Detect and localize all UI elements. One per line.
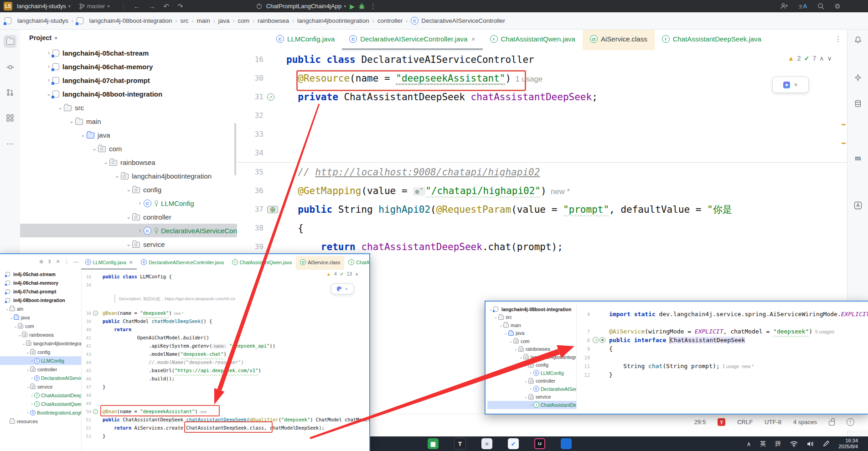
project-panel-header[interactable]: Project ▾ bbox=[20, 30, 237, 46]
caret-position[interactable]: 29:5 bbox=[694, 419, 706, 425]
breadcrumb-item[interactable]: CDeclarativeAIServiceController bbox=[411, 17, 505, 25]
taskbar-clock[interactable]: 16:34 2025/8/4 bbox=[838, 438, 858, 450]
project-folder-icon[interactable] bbox=[4, 35, 16, 48]
chevron-expanded-icon[interactable]: ⌄ bbox=[508, 339, 513, 343]
breadcrumb-item[interactable]: java bbox=[218, 17, 230, 24]
chevron-expanded-icon[interactable]: ⌄ bbox=[5, 307, 10, 311]
encoding-indicator[interactable]: UTF-8 bbox=[765, 419, 781, 425]
tree-item-ChatAssistantDeepSeek[interactable]: ›IChatAssistantDeepSeek bbox=[487, 401, 576, 409]
tab-close-icon[interactable]: × bbox=[471, 36, 475, 43]
wifi-icon[interactable] bbox=[790, 441, 798, 447]
code-text[interactable]: { bbox=[283, 223, 304, 234]
chevron-expanded-icon[interactable]: ⌄ bbox=[125, 214, 132, 220]
code-text[interactable]: @AiService(wiringMode = EXPLICIT, chatMo… bbox=[606, 328, 834, 335]
pinned-screenshot-chatassistant[interactable]: ⌄langchain4j-08boot-integration⌄src⌄main… bbox=[485, 301, 868, 415]
tree-item-com[interactable]: ⌄com bbox=[20, 142, 237, 155]
maven-icon[interactable]: m bbox=[852, 152, 864, 164]
tree-item-service[interactable]: ⌄service bbox=[0, 382, 81, 391]
chevron-expanded-icon[interactable]: ⌄ bbox=[125, 186, 132, 193]
taskbar-app-idea[interactable]: IJ bbox=[534, 438, 545, 449]
tree-item-BootIntegrationLangChain4JAp[interactable]: ›CBootIntegrationLangChain4JAp bbox=[0, 408, 81, 417]
tree-item-ChatAssistantDeepSeek[interactable]: ›IChatAssistantDeepSeek bbox=[0, 391, 81, 400]
input-language-indicator[interactable]: 英 bbox=[760, 440, 766, 448]
breadcrumb-item[interactable]: langchain4j-studys bbox=[5, 17, 68, 24]
tree-item-java[interactable]: ⌄java bbox=[0, 313, 81, 322]
run-configuration-selector[interactable]: ChatPromptLangChain4jApp ▾ bbox=[266, 3, 346, 10]
tree-item-LLMConfig[interactable]: ›CLLMConfig bbox=[487, 369, 576, 377]
code-text[interactable]: return chatAssistantDeepSeek.chat(prompt… bbox=[283, 241, 563, 252]
breadcrumb-item[interactable]: langchain4j-08boot-integration bbox=[77, 17, 172, 24]
chevron-expanded-icon[interactable]: ⌄ bbox=[513, 347, 518, 351]
chevron-expanded-icon[interactable]: ⌄ bbox=[125, 241, 132, 247]
chevron-expanded-icon[interactable]: ⌄ bbox=[523, 363, 528, 367]
code-text[interactable]: public interface ChatAssistantDeepSeek bbox=[606, 337, 745, 343]
chevron-expanded-icon[interactable]: ⌄ bbox=[498, 323, 503, 328]
more-tool-windows-icon[interactable]: ⋯ bbox=[4, 137, 16, 150]
code-text[interactable]: // http://localhost:9008/chatapi/highapi… bbox=[283, 167, 540, 178]
chevron-expanded-icon[interactable]: ⌄ bbox=[91, 145, 98, 152]
tree-item-resources[interactable]: resources bbox=[0, 417, 81, 425]
code-text[interactable]: .apiKey(System.getenv(name: "deepseek_ap… bbox=[100, 343, 275, 348]
tree-item-com[interactable]: ⌄com bbox=[487, 337, 576, 345]
editor-tab[interactable]: CLLMConfig.java bbox=[269, 30, 342, 50]
code-text[interactable]: return bbox=[100, 327, 131, 332]
tree-item-controller[interactable]: ⌄controller bbox=[0, 365, 81, 374]
chevron-expanded-icon[interactable]: ⌄ bbox=[114, 173, 121, 179]
notification-circle-icon[interactable]: ! bbox=[847, 418, 854, 426]
inspections-widget[interactable]: ▲2 ✓7 ∧ ∨ bbox=[788, 55, 832, 62]
next-problem-icon[interactable]: ∨ bbox=[827, 55, 832, 62]
code-text[interactable]: .build(); bbox=[100, 376, 175, 381]
settings-gear-icon[interactable]: ⚙ bbox=[835, 2, 841, 10]
code-text[interactable]: public ChatModel chatModelDeepSeek() { bbox=[100, 318, 212, 324]
editor-tab[interactable]: IChatAssistantDeepSeek.java bbox=[344, 256, 370, 270]
tree-item-config[interactable]: ⌄config bbox=[20, 183, 237, 196]
indent-indicator[interactable]: 4 spaces bbox=[793, 419, 817, 425]
taskbar-app-typora[interactable]: T bbox=[454, 438, 466, 450]
chevron-collapsed-icon[interactable]: › bbox=[136, 200, 144, 206]
pen-icon[interactable] bbox=[823, 441, 829, 447]
tree-item-java[interactable]: ⌄java bbox=[20, 128, 237, 142]
code-text[interactable]: @GetMapping(value = ⊕ˇ"/chatapi/highapi0… bbox=[283, 185, 570, 196]
chevron-expanded-icon[interactable]: ⌄ bbox=[518, 355, 523, 359]
chevron-expanded-icon[interactable]: ⌄ bbox=[493, 315, 498, 319]
tree-item-service[interactable]: ⌄service bbox=[487, 393, 576, 401]
back-arrow-icon[interactable]: ← bbox=[133, 2, 140, 10]
tree-item-langchain4j-06chat-memory[interactable]: ›langchain4j-06chat-memory bbox=[20, 60, 237, 73]
more-icon[interactable]: ⋮ bbox=[64, 259, 69, 265]
spring-bean-gutter-icon[interactable]: ↗ bbox=[593, 337, 599, 343]
breadcrumb-item[interactable]: langchain4jbootintegration bbox=[297, 17, 369, 24]
code-text[interactable]: @Bean(name = "deepseek") new * bbox=[100, 310, 183, 316]
notifications-bell-icon[interactable] bbox=[852, 33, 864, 46]
taskbar-app-check[interactable]: ✓ bbox=[508, 438, 519, 449]
breadcrumb-item[interactable]: controller bbox=[377, 17, 403, 24]
hide-icon[interactable]: — bbox=[73, 259, 78, 265]
chevron-collapsed-icon[interactable]: › bbox=[528, 387, 533, 391]
code-text[interactable]: private ChatAssistantDeepSeek chatAssist… bbox=[283, 92, 598, 102]
code-text[interactable]: { bbox=[606, 345, 613, 352]
chevron-expanded-icon[interactable]: ⌄ bbox=[21, 341, 26, 346]
taskbar-app-blue[interactable] bbox=[561, 438, 572, 449]
tree-item-LLMConfig[interactable]: ›CLLMConfig bbox=[20, 196, 237, 210]
tree-item-in4j-07chat-prompt[interactable]: in4j-07chat-prompt bbox=[0, 287, 81, 296]
pull-requests-icon[interactable] bbox=[4, 86, 16, 99]
tree-item-langchain4j-08boot-integration[interactable]: ⌄langchain4j-08boot-integration bbox=[487, 305, 576, 313]
run-button[interactable]: ▶ bbox=[350, 3, 355, 10]
input-method-indicator[interactable]: 拼 bbox=[775, 440, 781, 448]
undo-arrow-icon[interactable]: ↶ bbox=[163, 2, 169, 10]
code-text[interactable]: public class LLMConfig { bbox=[100, 274, 172, 279]
commit-icon[interactable] bbox=[4, 61, 16, 73]
chevron-collapsed-icon[interactable]: › bbox=[136, 227, 144, 234]
ai-chat-icon[interactable] bbox=[852, 199, 864, 212]
vcs-branch-widget[interactable]: master ▾ bbox=[79, 3, 110, 10]
editor-tab[interactable]: @AiService.class bbox=[296, 256, 344, 270]
chevron-collapsed-icon[interactable]: › bbox=[30, 376, 34, 380]
tab-options-kebab-icon[interactable]: ⋮ bbox=[835, 35, 842, 43]
close-icon[interactable]: × bbox=[794, 81, 797, 88]
code-text[interactable]: public class DeclarativeAIServiceControl… bbox=[283, 54, 534, 65]
code-text[interactable]: .baseUrl("https://api.deepseek.com/v1") bbox=[100, 368, 261, 373]
tree-item-com[interactable]: ⌄com bbox=[0, 322, 81, 330]
tree-item-controller[interactable]: ⌄controller bbox=[487, 377, 576, 385]
tree-item-src[interactable]: ⌄src bbox=[20, 101, 237, 114]
project-widget[interactable]: langchain4j-studys ▾ bbox=[17, 3, 71, 10]
tree-item-LLMConfig[interactable]: ›CLLMConfig bbox=[0, 356, 81, 365]
